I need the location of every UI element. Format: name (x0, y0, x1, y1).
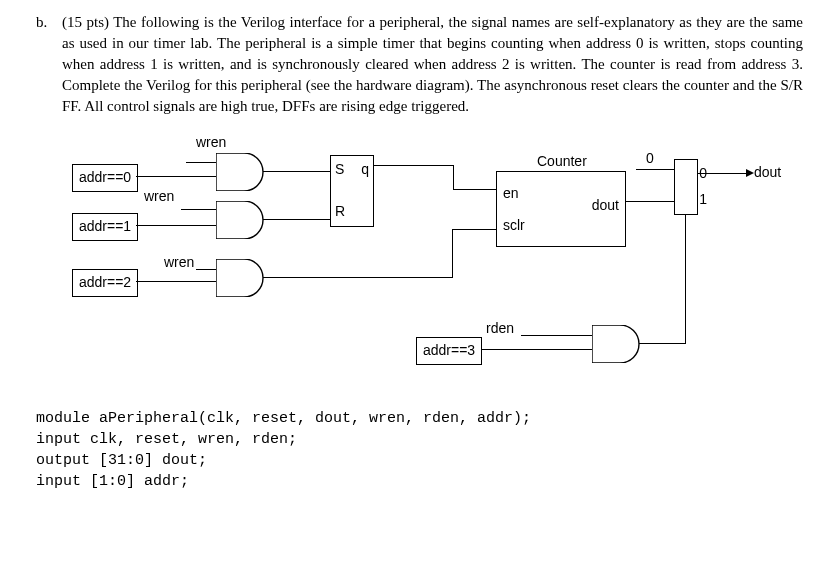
mux-zero-constant: 0 (646, 149, 654, 169)
question-block: b. (15 pts) The following is the Verilog… (36, 12, 803, 117)
and-gate-icon (216, 259, 270, 297)
question-body: The following is the Verilog interface f… (62, 14, 803, 114)
question-text: (15 pts) The following is the Verilog in… (62, 12, 803, 117)
mux-block: 0 1 (674, 159, 698, 215)
sr-q-port: q (361, 160, 369, 180)
code-line-1: module aPeripheral(clk, reset, dout, wre… (36, 410, 531, 427)
addr0-box: addr==0 (72, 164, 138, 192)
question-points: (15 pts) (62, 14, 109, 30)
addr1-box: addr==1 (72, 213, 138, 241)
question-letter: b. (36, 12, 54, 33)
counter-sclr-port: sclr (503, 216, 525, 236)
counter-title: Counter (537, 152, 587, 172)
counter-dout-port: dout (592, 196, 619, 216)
addr2-box: addr==2 (72, 269, 138, 297)
sr-r-port: R (335, 202, 345, 222)
counter-block: Counter en dout sclr (496, 171, 626, 247)
sr-s-port: S (335, 160, 344, 180)
and-gate-icon (216, 153, 270, 191)
code-line-4: input [1:0] addr; (36, 473, 189, 490)
dout-label: dout (754, 163, 781, 183)
counter-en-port: en (503, 184, 519, 204)
wren-label-2: wren (164, 253, 194, 273)
code-line-2: input clk, reset, wren, rden; (36, 431, 297, 448)
and-gate-icon (216, 201, 270, 239)
code-line-3: output [31:0] dout; (36, 452, 207, 469)
addr3-box: addr==3 (416, 337, 482, 365)
rden-label: rden (486, 319, 514, 339)
sr-flipflop: S q R (330, 155, 374, 227)
verilog-code: module aPeripheral(clk, reset, dout, wre… (36, 387, 803, 492)
hardware-diagram: wren wren wren addr==0 addr==1 addr==2 a… (36, 129, 803, 379)
mux-in1-port: 1 (699, 190, 707, 210)
wren-label-0: wren (196, 133, 226, 153)
and-gate-icon (592, 325, 646, 363)
wren-label-1: wren (144, 187, 174, 207)
